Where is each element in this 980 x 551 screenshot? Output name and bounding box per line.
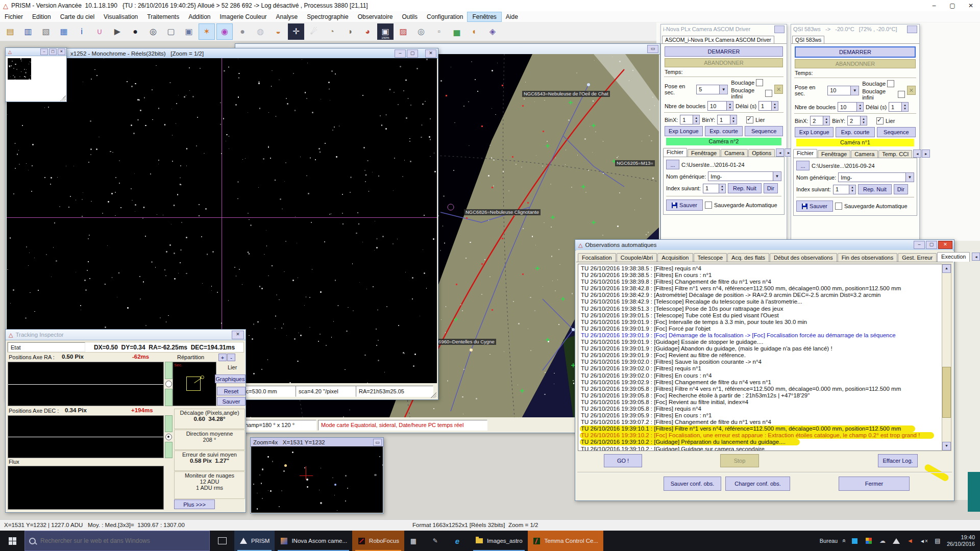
qsi-demarrer-button[interactable]: DEMARRER [795, 46, 916, 58]
inova-delai-spinner[interactable]: 1▲▼ [758, 101, 778, 111]
inova-exp-courte-button[interactable]: Exp. courte [705, 126, 743, 136]
tray-volume-app-icon[interactable]: ◄ [905, 537, 915, 544]
observations-minimize-button[interactable]: – [914, 241, 925, 249]
inova-abort-x-button[interactable]: ✕ [774, 85, 783, 94]
observations-maximize-button[interactable]: ▢ [926, 241, 937, 249]
qsi-biny-spinner[interactable]: 2▲▼ [847, 116, 867, 126]
zoom-canvas[interactable] [251, 446, 383, 513]
taskbar-app-temma[interactable]: Temma Control Ce... [528, 531, 603, 551]
image-minimize-button[interactable]: – [395, 49, 406, 58]
tray-notifications-icon[interactable]: ▤ [933, 537, 942, 544]
inova-sauvegarde-checkbox[interactable] [705, 202, 712, 209]
tracking-dec-radio[interactable] [165, 434, 172, 440]
Acquisition[interactable]: Acquisition [657, 253, 693, 262]
Execution[interactable]: Execution [937, 252, 970, 262]
inova-sauver-button[interactable]: Sauver [666, 199, 703, 211]
qsi-browse-button[interactable]: ... [796, 161, 810, 170]
saturn-icon[interactable]: ◐ [467, 23, 483, 40]
dark-view-icon[interactable]: ▣150% [377, 23, 394, 40]
histogram-icon[interactable]: ▅ [449, 23, 465, 40]
qsi-sequence-button[interactable]: Sequence [877, 127, 916, 137]
color-globe-icon[interactable]: ◉ [216, 23, 233, 40]
taskbar-app-images-astro[interactable]: Images_astro [470, 531, 528, 551]
image-close-button[interactable]: ✕ [425, 49, 436, 58]
small-doc-icon[interactable]: ▫ [431, 23, 447, 40]
zoom-region-icon[interactable]: ◎ [145, 23, 161, 40]
open-image-icon[interactable]: ▤ [2, 23, 18, 40]
inova-rep-nuit-button[interactable]: Rep. Nuit [728, 183, 762, 193]
Début des observations[interactable]: Début des observations [770, 253, 837, 262]
filter-wheel-icon[interactable]: ◎ [413, 23, 429, 40]
inova-bouclage-checkbox[interactable] [756, 79, 763, 86]
qsi-pose-select[interactable]: 10▼ [827, 86, 859, 95]
tab-scroll-left-icon[interactable]: ◄ [913, 149, 921, 158]
mini-image-icon[interactable]: ▣ [181, 23, 197, 40]
image-maximize-button[interactable]: ▢ [407, 49, 418, 58]
qsi-lier-checkbox[interactable] [876, 117, 884, 124]
observations-close-button2[interactable]: Fermer [839, 477, 910, 491]
qsi-abandonner-button[interactable]: ABANDONNER [795, 59, 916, 68]
observations-stop-button[interactable]: Stop [720, 454, 759, 467]
inova-nom-select[interactable]: Img-▼ [708, 171, 781, 181]
scroll-thumb[interactable] [942, 367, 951, 418]
qsi-bouclage-infini-checkbox[interactable] [898, 91, 905, 98]
tracking-graphiques-button[interactable]: Graphiques [215, 374, 246, 383]
acquisition-icon[interactable]: ✶ [199, 23, 215, 40]
red-planet-icon[interactable]: ◕ [359, 23, 376, 40]
inova-binx-spinner[interactable]: 1▲▼ [680, 115, 700, 124]
tracking-dec-slider-bottom[interactable] [165, 442, 173, 458]
taskbar-app-inova[interactable]: INova Ascom came... [275, 531, 352, 551]
inova-boucles-spinner[interactable]: 10▲▼ [707, 101, 733, 111]
tracking-etat-tab[interactable]: Etat [8, 342, 85, 352]
qsi-driver-tab-label[interactable]: QSI 583ws [792, 36, 824, 43]
image-resize-grip[interactable] [431, 392, 436, 398]
eclipse-icon[interactable]: ● [127, 23, 143, 40]
focus-icon[interactable]: ◈ [484, 23, 501, 40]
inova-exp-longue-button[interactable]: Exp Longue [665, 126, 703, 136]
comet-icon[interactable]: ☄ [306, 23, 322, 40]
zoom-window-button[interactable]: ▭ [373, 439, 382, 446]
scroll-down-icon[interactable]: ▼ [942, 442, 951, 450]
tray-bureau-label[interactable]: Bureau [820, 538, 838, 544]
white-globe-icon[interactable]: ◍ [252, 23, 268, 40]
save-icon[interactable]: ▥ [20, 23, 36, 40]
inova-browse-button[interactable]: ... [666, 160, 679, 169]
qsi-nom-select[interactable]: Img-▼ [838, 172, 914, 182]
qsi-exp-longue-button[interactable]: Exp Longue [795, 127, 834, 137]
tracking-close-button[interactable]: ✕ [232, 331, 244, 339]
observatory-dome-icon[interactable]: ◒ [270, 23, 286, 40]
Gest. Erreur[interactable]: Gest. Erreur [898, 253, 937, 262]
Options[interactable]: Options [748, 149, 775, 157]
Visualisation[interactable]: Visualisation [99, 12, 142, 21]
inova-bouclage-infini-checkbox[interactable] [765, 90, 772, 97]
Addition[interactable]: Addition [184, 12, 215, 21]
tracking-plus-button[interactable]: + [218, 354, 227, 361]
taskbar-app-calculator[interactable]: ▦ [404, 531, 426, 551]
telescope-goto-icon[interactable]: ✛ [288, 23, 304, 40]
tab-scroll-left-icon[interactable]: ◄ [776, 148, 784, 157]
tracking-ra-slider-bottom[interactable] [165, 389, 173, 406]
Fenêtres[interactable]: Fenêtres [468, 12, 501, 21]
dropdown-icon[interactable]: ▼ [720, 85, 728, 94]
Imagerie Couleur[interactable]: Imagerie Couleur [215, 12, 272, 21]
tracking-ra-radio[interactable] [165, 381, 172, 387]
eclipse-rings-icon[interactable]: ◑ [341, 23, 358, 40]
tray-cloud-icon[interactable]: ☁ [878, 537, 887, 544]
Fenêtrage[interactable]: Fenêtrage [688, 149, 720, 157]
scroll-up-icon[interactable]: ▲ [942, 264, 951, 273]
Fichier[interactable]: Fichier [0, 12, 28, 21]
qsi-boucles-spinner[interactable]: 10▲▼ [838, 102, 864, 112]
taskbar-app-edge[interactable]: e [448, 531, 470, 551]
info-icon[interactable]: i [74, 23, 90, 40]
observations-save-conf-button[interactable]: Sauver conf. obs. [664, 477, 721, 491]
Spectrographie[interactable]: Spectrographie [302, 12, 353, 21]
qsi-panel-button[interactable] [907, 26, 917, 33]
app-minimize-button[interactable]: – [925, 2, 943, 9]
tracking-reset-button[interactable]: Reset [217, 387, 246, 395]
Camera[interactable]: Camera [851, 150, 878, 158]
inova-pose-select[interactable]: 5▼ [696, 85, 728, 94]
Fichier[interactable]: Fichier [793, 149, 817, 158]
navigator-minimize-button[interactable]: – [40, 48, 48, 55]
print-icon[interactable]: ▧ [38, 23, 54, 40]
Traitements[interactable]: Traitements [142, 12, 184, 21]
